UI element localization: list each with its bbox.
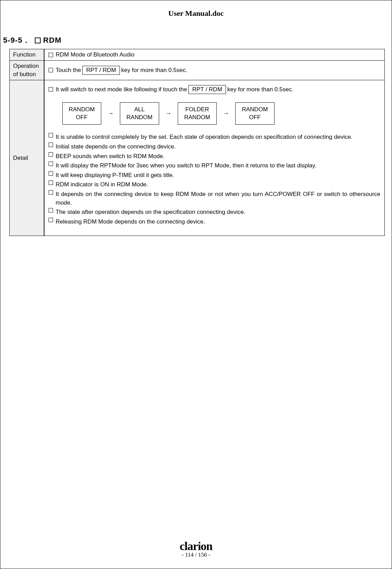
detail-bullets: It is unable to control completely by th… — [49, 133, 381, 226]
checkbox-icon — [49, 53, 53, 57]
flow-line2: OFF — [242, 113, 268, 122]
cell-operation: Touch the RPT / RDM key for more than 0.… — [44, 61, 385, 80]
list-item: BEEP sounds when switch to RDM Mode. — [49, 152, 381, 161]
label-function: Function — [10, 49, 44, 61]
flow-line1: RANDOM — [242, 105, 268, 114]
checkbox-icon — [49, 152, 53, 157]
page-frame: User Manual.doc 5-9-5． RDM Function RDM … — [0, 0, 392, 569]
flow-box: RANDOM OFF — [62, 102, 102, 125]
flow-line2: RANDOM — [126, 113, 153, 122]
arrow-right-icon: → — [107, 110, 114, 117]
list-item: The state after operation depends on the… — [49, 208, 381, 217]
flow-line1: FOLDER — [184, 105, 210, 114]
checkbox-icon — [49, 87, 53, 92]
bullet-text: It will keep displaying P-TIME until it … — [56, 171, 381, 180]
detail-intro-pre: It will switch to next mode like followi… — [56, 86, 187, 93]
bullet-text: Releasing RDM Mode depends on the connec… — [56, 218, 381, 226]
list-item: It will display the RPTMode for 3sec whe… — [49, 162, 381, 170]
operation-pre: Touch the — [56, 67, 81, 74]
keycap-rpt-rdm: RPT / RDM — [82, 66, 120, 75]
bullet-text: BEEP sounds when switch to RDM Mode. — [56, 152, 381, 161]
flow-line1: ALL — [126, 105, 153, 114]
bullet-text: Initial state depends on the connecting … — [56, 143, 381, 151]
flow-box: RANDOM OFF — [235, 102, 275, 125]
bullet-text: The state after operation depends on the… — [56, 208, 381, 217]
list-item: RDM indicator is ON in RDM Mode. — [49, 180, 381, 189]
flow-box: FOLDER RANDOM — [178, 102, 217, 125]
list-item: Releasing RDM Mode depends on the connec… — [49, 218, 381, 226]
section-title: RDM — [43, 36, 61, 45]
mode-flow: RANDOM OFF → ALL RANDOM → FOLDER RANDOM … — [62, 102, 381, 125]
table-row-function: Function RDM Mode of Bluetooth Audio — [10, 49, 385, 61]
function-text: RDM Mode of Bluetooth Audio — [56, 51, 135, 58]
checkbox-icon — [49, 143, 53, 147]
operation-post: key for more than 0.5sec. — [121, 67, 187, 74]
list-item: It depends on the connecting device to k… — [49, 190, 381, 207]
table-row-detail: Detail It will switch to next mode like … — [10, 80, 385, 236]
flow-line2: OFF — [69, 113, 95, 122]
checkbox-icon — [49, 218, 53, 222]
checkbox-icon — [49, 190, 53, 195]
cell-detail: It will switch to next mode like followi… — [44, 80, 385, 236]
checkbox-icon — [49, 171, 53, 176]
brand-logo: clarion — [0, 540, 392, 552]
bullet-text: RDM indicator is ON in RDM Mode. — [56, 180, 381, 189]
detail-intro-post: key for more than 0.5sec. — [227, 86, 293, 93]
flow-box: ALL RANDOM — [120, 102, 159, 125]
page-footer: clarion - 114 / 156 - — [0, 540, 392, 558]
checkbox-icon — [49, 133, 53, 137]
bullet-text: It is unable to control completely by th… — [56, 133, 381, 142]
cell-function: RDM Mode of Bluetooth Audio — [44, 49, 385, 61]
label-detail: Detail — [10, 80, 44, 236]
checkbox-icon — [49, 162, 53, 166]
list-item: It will keep displaying P-TIME until it … — [49, 171, 381, 180]
list-item: It is unable to control completely by th… — [49, 133, 381, 142]
page-number: - 114 / 156 - — [0, 551, 392, 558]
flow-line2: RANDOM — [184, 113, 210, 122]
flow-line1: RANDOM — [69, 105, 95, 114]
list-item: Initial state depends on the connecting … — [49, 143, 381, 151]
section-heading: 5-9-5． RDM — [3, 35, 389, 45]
checkbox-icon — [49, 180, 53, 185]
checkbox-icon — [49, 68, 53, 72]
section-number: 5-9-5． — [3, 35, 30, 45]
square-icon — [35, 38, 41, 43]
bullet-text: It will display the RPTMode for 3sec whe… — [56, 162, 381, 170]
bullet-text: It depends on the connecting device to k… — [56, 190, 381, 207]
arrow-right-icon: → — [223, 110, 229, 117]
arrow-right-icon: → — [165, 110, 172, 117]
label-operation: Operation of button — [10, 61, 44, 80]
table-row-operation: Operation of button Touch the RPT / RDM … — [10, 61, 385, 80]
document-title: User Manual.doc — [3, 9, 389, 18]
checkbox-icon — [49, 208, 53, 213]
keycap-rpt-rdm: RPT / RDM — [188, 85, 226, 94]
spec-table: Function RDM Mode of Bluetooth Audio Ope… — [9, 49, 385, 236]
